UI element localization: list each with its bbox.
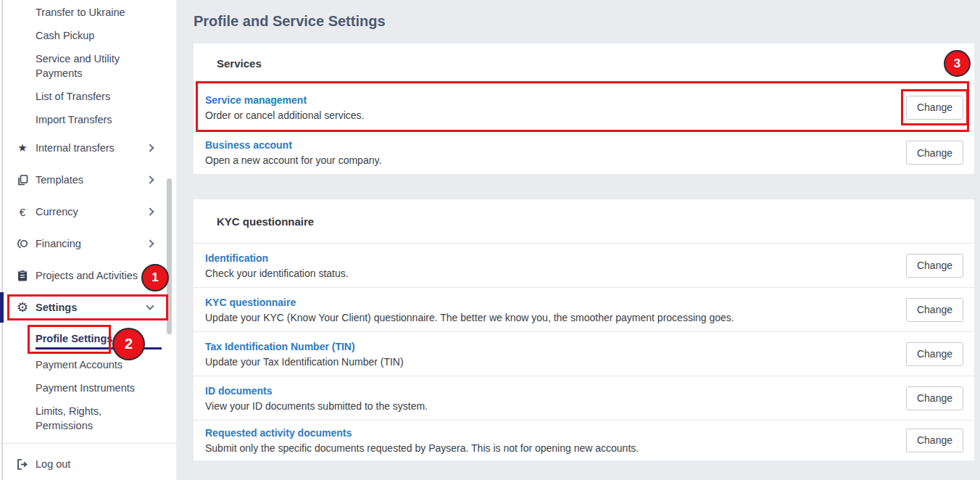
euro-icon: €: [16, 206, 29, 218]
id-documents-link[interactable]: ID documents: [205, 385, 273, 397]
row-description: Order or cancel additional services.: [205, 109, 364, 121]
row-requested-activity-documents: Requested activity documents Submit only…: [194, 420, 974, 460]
row-description: Submit only the specific documents reque…: [205, 442, 639, 454]
logout-icon: [16, 459, 29, 470]
clipboard-icon: [16, 270, 29, 281]
change-button-id-documents[interactable]: Change: [906, 386, 963, 410]
change-button-service-management[interactable]: Change: [906, 96, 963, 120]
sidebar-bottom-divider: [0, 443, 176, 444]
sidebar-item-financing[interactable]: Financing: [0, 231, 167, 257]
chevron-right-icon: [146, 207, 154, 215]
services-card: Services Service management Order or can…: [194, 44, 974, 174]
change-button-kyc-questionnaire[interactable]: Change: [906, 298, 963, 322]
change-button-tin[interactable]: Change: [906, 342, 963, 366]
page-title: Profile and Service Settings: [194, 13, 386, 30]
chevron-right-icon: [146, 239, 154, 247]
sidebar-item-service-utility-payments[interactable]: Service and Utility Payments: [36, 51, 137, 80]
copy-icon: [16, 175, 29, 186]
sidebar-item-templates[interactable]: Templates: [0, 167, 167, 193]
tin-link[interactable]: Tax Identification Number (TIN): [205, 341, 355, 352]
row-service-management: Service management Order or cancel addit…: [194, 83, 974, 131]
kyc-card-title: KYC questionnaire: [194, 199, 974, 244]
sidebar-item-currency[interactable]: € Currency: [0, 199, 167, 225]
row-description: Check your identification status.: [205, 268, 349, 279]
sidebar-item-profile-settings[interactable]: Profile Settings: [36, 331, 151, 346]
change-button-business-account[interactable]: Change: [906, 141, 963, 165]
sidebar: Transfer to Ukraine Cash Pickup Service …: [0, 0, 176, 480]
gear-icon: ⚙: [16, 299, 29, 315]
business-account-link[interactable]: Business account: [205, 139, 292, 151]
sidebar-item-list-of-transfers[interactable]: List of Transfers: [36, 89, 144, 104]
sidebar-item-internal-transfers[interactable]: ★ Internal transfers: [0, 135, 167, 161]
row-description: Update your KYC (Know Your Client) quest…: [205, 312, 734, 323]
row-description: Open a new account for your company.: [205, 154, 381, 166]
chevron-right-icon: [146, 175, 154, 183]
sidebar-item-label: Settings: [36, 302, 77, 313]
row-identification: Identification Check your identification…: [194, 244, 974, 287]
row-description: View your ID documents submitted to the …: [205, 400, 428, 412]
sidebar-item-cash-pickup[interactable]: Cash Pickup: [36, 28, 144, 43]
kyc-card: KYC questionnaire Identification Check y…: [194, 199, 974, 460]
chevron-right-icon: [146, 144, 154, 152]
services-card-title: Services: [194, 44, 974, 83]
active-item-underline: [36, 347, 162, 349]
active-item-accent-bar: [0, 292, 4, 323]
sidebar-item-limits-rights-permissions[interactable]: Limits, Rights, Permissions: [36, 404, 131, 433]
identification-link[interactable]: Identification: [205, 252, 268, 264]
sidebar-item-transfer-to-ukraine[interactable]: Transfer to Ukraine: [36, 5, 144, 20]
financing-icon: [16, 238, 29, 249]
sidebar-item-label: Currency: [36, 206, 78, 218]
service-management-link[interactable]: Service management: [205, 94, 307, 106]
sidebar-item-payment-accounts[interactable]: Payment Accounts: [36, 357, 151, 372]
change-button-requested-activity-documents[interactable]: Change: [906, 429, 963, 452]
row-kyc-questionnaire: KYC questionnaire Update your KYC (Know …: [194, 287, 974, 331]
sidebar-item-log-out[interactable]: Log out: [0, 451, 167, 477]
chevron-down-icon: [146, 302, 154, 310]
row-business-account: Business account Open a new account for …: [194, 131, 974, 173]
row-id-documents: ID documents View your ID documents subm…: [194, 376, 974, 420]
sidebar-item-payment-instruments[interactable]: Payment Instruments: [36, 381, 151, 395]
sidebar-item-label: Templates: [36, 174, 83, 186]
star-icon: ★: [16, 141, 29, 154]
sidebar-scrollbar[interactable]: [167, 178, 172, 334]
change-button-identification[interactable]: Change: [906, 254, 963, 278]
sidebar-item-label: Financing: [36, 238, 81, 249]
sidebar-item-settings[interactable]: ⚙ Settings: [0, 294, 167, 320]
sidebar-item-import-transfers[interactable]: Import Transfers: [36, 112, 144, 127]
sidebar-item-projects-and-activities[interactable]: Projects and Activities: [0, 262, 167, 289]
kyc-questionnaire-link[interactable]: KYC questionnaire: [205, 297, 296, 308]
row-tax-identification-number: Tax Identification Number (TIN) Update y…: [194, 331, 974, 376]
sidebar-item-label: Internal transfers: [36, 142, 115, 154]
sidebar-item-label: Projects and Activities: [36, 270, 138, 281]
requested-activity-documents-link[interactable]: Requested activity documents: [205, 427, 352, 439]
sidebar-item-label: Log out: [36, 458, 70, 470]
row-description: Update your Tax Identification Number (T…: [205, 356, 404, 368]
